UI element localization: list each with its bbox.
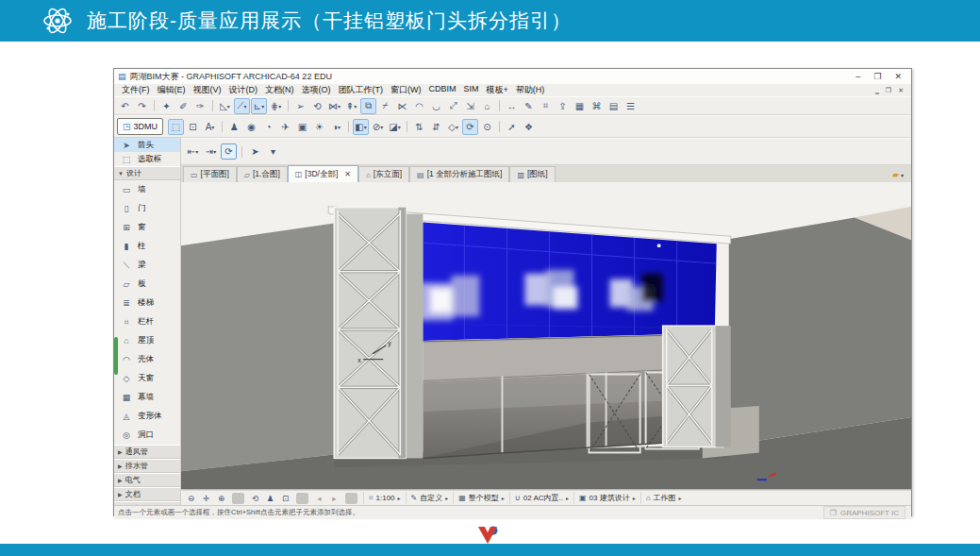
pan-icon[interactable]: ✛ [199,492,213,505]
fillet-chamfer-icon[interactable]: ◡ [428,98,444,114]
prev-view-icon[interactable]: ◂ [312,492,326,505]
design-group-header[interactable]: ▼ 设计 [114,166,180,180]
toolbar-icon[interactable] [348,121,349,132]
menu-item[interactable]: 视图(V) [190,84,225,96]
walk-view-icon[interactable]: ♟ [263,492,277,505]
scale-option[interactable]: ⌗1:100▸ [363,492,406,504]
toolbar-icon[interactable] [232,493,244,504]
publish-icon[interactable]: ⇪ [555,98,571,114]
geometry-methods-icon[interactable]: ◺▾ [217,98,233,114]
favorite-views-icon[interactable]: ❖ [521,119,537,135]
structure-display-option[interactable]: ▦整个模型▸ [453,492,509,504]
filter-elements-icon[interactable]: ⇅ [411,119,427,135]
shadow-icon[interactable]: ◑▾ [328,119,344,135]
guide-lines-icon[interactable]: ⟋▾ [234,98,250,114]
grid-snap-icon[interactable]: ⋕▾ [268,98,284,114]
tab-floor-plan[interactable]: ▭[平面图] [183,166,237,182]
menu-item[interactable]: 窗口(W) [387,84,425,96]
tab-overflow-button[interactable]: ▰ ▾ [887,167,909,182]
text-size-icon[interactable]: A▾ [202,119,218,135]
tab-worksheet[interactable]: ▤[1 全部分析施工图纸] [409,166,509,182]
doc-minimize-button[interactable]: ‗ [875,87,879,94]
menu-item[interactable]: 团队工作(T) [335,84,388,96]
tool-stair[interactable]: ≣楼梯 [114,294,180,312]
3d-styles-icon[interactable]: ◧▾ [353,119,369,135]
elevate-icon[interactable]: ⇞▾ [343,98,359,114]
annotate-icon[interactable]: ✎ [521,98,537,114]
organizer-icon[interactable]: ▦ [572,98,588,114]
mirror-icon[interactable]: ⋈▾ [326,98,342,114]
snap-guides-icon[interactable]: ⊾▾ [251,98,267,114]
camera-icon[interactable]: ▣ [294,119,310,135]
tool-curtain-wall[interactable]: ▦幕墙 [114,388,180,407]
group-electrical[interactable]: ▶电气 [114,473,180,487]
tool-railing[interactable]: ⌗栏杆 [114,312,180,331]
fly-mode-icon[interactable]: ✈ [277,119,293,135]
show-selection-3d-icon[interactable]: ⇵ [428,119,444,135]
go-forward-icon[interactable]: ⇥▾ [203,143,219,160]
libraries-icon[interactable]: ▤ [606,98,622,114]
menu-item[interactable]: SIM [460,84,483,96]
menu-item[interactable]: CDBIM [425,84,460,96]
restore-button[interactable]: ❐ [873,72,881,81]
arrow-dd-icon[interactable]: ▾ [265,143,281,160]
group-more[interactable]: ▶更多 [114,501,180,505]
renovation-filter-option[interactable]: ⌂工作图▸ [640,492,687,504]
walk-icon[interactable]: ♟ [226,119,242,135]
toolbar-icon[interactable] [296,493,308,504]
zoom-in-icon[interactable]: ⊕ [214,492,228,505]
tab-elevation-east[interactable]: ⌂[东立面] [358,166,409,182]
pen-set-option[interactable]: ∪02 AC内置..▸ [509,492,573,504]
group-ventilation[interactable]: ▶通风管 [114,445,180,459]
inject-parameters-icon[interactable]: ✑ [192,98,208,114]
resize-icon[interactable]: ⤢ [445,98,461,114]
mark-up-icon[interactable]: ➚ [504,119,520,135]
arrow-tool[interactable]: ➤ 箭头 [114,138,180,152]
next-view-icon[interactable]: ▸ [327,492,341,505]
toolbar-icon[interactable] [212,100,213,111]
bounding-box-icon[interactable]: ⊡ [185,119,201,135]
close-tab-icon[interactable]: ✕ [344,170,351,178]
zoom-out-icon[interactable]: ⊖ [184,492,198,505]
schedules-icon[interactable]: ☰ [623,98,639,114]
toolbar-icon[interactable] [407,121,407,132]
group-drainage[interactable]: ▶排水管 [114,459,180,473]
tool-wall[interactable]: ▭墙 [114,180,180,199]
lock-icon[interactable]: ⊙ [479,119,495,135]
tool-opening[interactable]: ◎洞口 [114,426,180,445]
tool-shell[interactable]: ◠壳体 [114,350,180,369]
stretch-icon[interactable]: ⇲ [462,98,478,114]
split-icon[interactable]: ⌿ [377,98,393,114]
go-back-icon[interactable]: ⇤▾ [185,143,201,160]
redo-icon[interactable]: ↷ [134,98,150,114]
favorites-icon[interactable]: ✦ [158,98,174,114]
doc-close-button[interactable]: ✕ [898,87,904,94]
toolbar-icon[interactable] [499,100,500,111]
intersect-icon[interactable]: ◠ [411,98,427,114]
marquee-3d-icon[interactable]: ⬚ [168,119,184,135]
menu-item[interactable]: 文档(N) [261,84,298,96]
tool-window[interactable]: ⊞窗 [114,218,180,237]
toolbar-icon[interactable] [499,121,500,132]
navigate-refresh-icon[interactable]: ⟳ [221,143,237,160]
rotate-icon[interactable]: ⟲ [309,98,325,114]
open-3d-window-icon[interactable]: ◇▾ [445,119,461,135]
tool-morph[interactable]: ◬变形体 [114,407,180,426]
tab-3d-all[interactable]: ◫[3D/全部]✕ [288,165,358,182]
minimize-button[interactable]: – [855,72,860,81]
adjust-icon[interactable]: ⋉ [394,98,410,114]
3d-cutaway-icon[interactable]: ◪▾ [387,119,403,135]
fit-in-window-icon[interactable]: ⊡ [278,492,292,505]
arrow-mini-icon[interactable]: ➤ [247,143,263,160]
dimension-icon[interactable]: ↔ [504,98,520,114]
menu-item[interactable]: 帮助(H) [512,84,549,96]
menu-item[interactable]: 选项(O) [298,84,335,96]
graphic-override-option[interactable]: ▣03 建筑设计▸ [573,492,640,504]
3d-document-button[interactable]: ◳ 3DMU [117,118,163,135]
toolbar-icon[interactable] [222,121,223,132]
cutting-plane-icon[interactable]: ⊘▾ [370,119,386,135]
marquee-tool[interactable]: ⬚ 选取框 [114,152,180,166]
orbit-view-icon[interactable]: ⟲ [248,492,262,505]
refresh-3d-icon[interactable]: ⟳ [462,119,478,135]
menu-item[interactable]: 模板+ [483,84,512,96]
